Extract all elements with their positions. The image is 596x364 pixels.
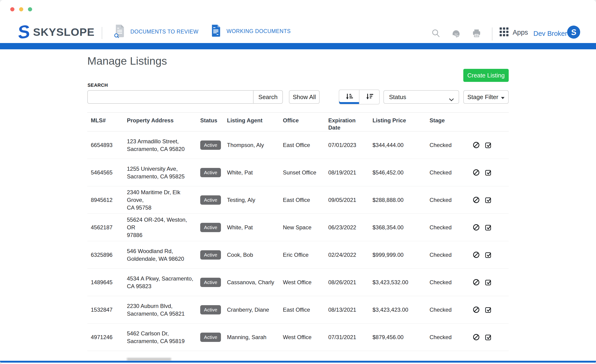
listing-price: $3,423,532.00	[372, 279, 430, 286]
apps-grid-icon	[500, 28, 508, 37]
stage-value: Checked	[430, 334, 473, 341]
listing-agent: Testing, Aly	[227, 197, 283, 203]
table-row: 456218755624 OR-204, Weston, OR97886Acti…	[87, 214, 509, 241]
document-icon	[210, 24, 221, 38]
ban-icon[interactable]	[473, 196, 480, 204]
listing-agent: White, Pat	[227, 224, 283, 231]
zoom-window-button[interactable]	[28, 7, 32, 11]
column-header-exp: Expiration Date	[328, 117, 372, 131]
checked-checkbox-icon[interactable]	[484, 196, 492, 204]
search-button[interactable]: Search	[253, 90, 283, 104]
table-row: 49712465462 Carlson Dr,Sacramento, CA 95…	[87, 324, 509, 351]
stage-filter-button[interactable]: Stage Filter	[463, 90, 509, 104]
address-line-2: Sacramento, CA 95821	[127, 310, 194, 318]
close-window-button[interactable]	[10, 7, 15, 11]
address-line-1: 2230 Auburn Blvd,	[127, 302, 194, 310]
office-name: East Office	[283, 306, 328, 313]
address-line-2: CA 95758	[127, 204, 194, 211]
app-header: S SKYSLOPE DOCUMENTS TO REVIEW	[0, 0, 596, 43]
create-listing-button[interactable]: Create Listing	[463, 69, 509, 82]
address-line-2: Sacramento, CA 95825	[127, 173, 194, 180]
ban-icon[interactable]	[473, 334, 480, 341]
user-name[interactable]: Dev Broker	[533, 30, 567, 37]
status-filter-value: Status	[389, 94, 406, 101]
office-name: Sunset Office	[283, 169, 328, 176]
mls-number: 5464565	[87, 169, 127, 176]
checked-checkbox-icon[interactable]	[484, 334, 492, 341]
search-input[interactable]	[87, 90, 253, 104]
checked-checkbox-icon[interactable]	[484, 141, 492, 149]
sort-descending-button[interactable]	[359, 89, 380, 104]
stage-value: Checked	[430, 169, 473, 176]
property-address: 2230 Auburn Blvd,Sacramento, CA 95821	[127, 302, 200, 318]
office-name: Eric Office	[283, 252, 328, 258]
listing-agent: Manning, Sarah	[227, 334, 283, 341]
caret-down-icon	[501, 94, 505, 101]
status-filter-select[interactable]: Status	[383, 90, 459, 104]
ban-icon[interactable]	[473, 251, 480, 258]
address-line-1: 2340 Maritime Dr, Elk Grove,	[127, 188, 194, 204]
listing-agent: Cook, Bob	[227, 252, 283, 258]
mls-number: 6654893	[87, 142, 127, 148]
status-badge: Active	[200, 305, 221, 314]
listing-price: $546,452.00	[372, 169, 430, 176]
table-row: 6654893123 Armadillo Street,Sacramento, …	[87, 131, 509, 159]
column-header-office: Office	[283, 117, 328, 124]
status-cell: Active	[200, 305, 227, 314]
show-all-button[interactable]: Show All	[289, 90, 320, 104]
checked-checkbox-icon[interactable]	[484, 224, 492, 231]
checked-checkbox-icon[interactable]	[484, 279, 492, 286]
listing-agent: White, Pat	[227, 169, 283, 176]
app-window: S SKYSLOPE DOCUMENTS TO REVIEW	[0, 0, 596, 364]
expiration-date: 08/26/2021	[328, 279, 372, 286]
checked-checkbox-icon[interactable]	[484, 251, 492, 258]
divider	[492, 28, 492, 40]
checked-checkbox-icon[interactable]	[484, 306, 492, 313]
status-badge: Active	[200, 195, 221, 205]
skyslope-logo-icon: S	[16, 22, 31, 42]
apps-button[interactable]: Apps	[500, 28, 528, 37]
page-title: Manage Listings	[87, 54, 167, 67]
expiration-date: 07/01/2023	[328, 142, 372, 148]
sort-ascending-icon	[345, 93, 353, 102]
property-address: 5462 Carlson Dr,Sacramento, CA 95819	[127, 330, 200, 345]
nav-working-documents[interactable]: WORKING DOCUMENTS	[210, 24, 291, 38]
nav-documents-to-review[interactable]: DOCUMENTS TO REVIEW	[114, 24, 198, 39]
table-row: 89456122340 Maritime Dr, Elk Grove,CA 95…	[87, 186, 509, 214]
minimize-window-button[interactable]	[19, 7, 23, 11]
address-line-1: 55624 OR-204, Weston, OR	[127, 216, 194, 231]
expiration-date: 02/24/2022	[328, 252, 372, 258]
stage-value: Checked	[430, 197, 473, 203]
sort-descending-icon	[365, 93, 374, 102]
row-actions	[473, 169, 509, 176]
print-icon[interactable]	[472, 28, 481, 38]
support-icon[interactable]	[451, 28, 461, 38]
row-actions	[473, 306, 509, 313]
mls-number: 1532847	[87, 306, 127, 313]
sort-toggle-group	[339, 89, 380, 104]
mls-number: 6325896	[87, 252, 127, 258]
footer-accent-bar	[0, 361, 596, 363]
listing-price: $344,444.00	[372, 142, 430, 148]
table-row: 14896454534 A Pkwy, Sacramento,CA 95823A…	[87, 269, 509, 296]
ban-icon[interactable]	[473, 141, 480, 149]
status-cell: Active	[200, 278, 227, 287]
ban-icon[interactable]	[473, 279, 480, 286]
ban-icon[interactable]	[473, 224, 480, 231]
row-actions	[473, 196, 509, 204]
skyslope-logo[interactable]: S SKYSLOPE	[18, 23, 95, 41]
sort-ascending-button[interactable]	[339, 89, 359, 104]
row-actions	[473, 279, 509, 286]
table-row: 15328472230 Auburn Blvd,Sacramento, CA 9…	[87, 296, 509, 324]
avatar[interactable]: S	[566, 25, 581, 39]
ban-icon[interactable]	[473, 169, 480, 176]
checked-checkbox-icon[interactable]	[484, 169, 492, 176]
property-address: 4534 A Pkwy, Sacramento,CA 95823	[127, 275, 200, 290]
search-icon[interactable]	[431, 29, 440, 38]
filter-controls: Search Show All	[87, 90, 509, 105]
column-header-addr: Property Address	[127, 117, 200, 124]
mls-number: 1489645	[87, 279, 127, 286]
ban-icon[interactable]	[473, 306, 480, 313]
office-name: West Office	[283, 334, 328, 341]
expiration-date: 06/23/2022	[328, 224, 372, 231]
